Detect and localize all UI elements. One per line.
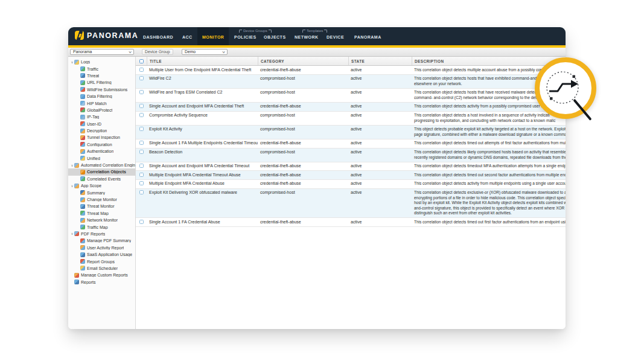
device-group-select[interactable]: Demo v bbox=[182, 49, 228, 55]
network-monitor-icon bbox=[80, 218, 85, 223]
tab-panorama[interactable]: PANORAMA bbox=[354, 35, 381, 39]
sidebar-item-manage-pdf-summary[interactable]: Manage PDF Summary bbox=[68, 237, 135, 244]
sidebar-item-summary[interactable]: Summary bbox=[68, 189, 135, 196]
chevron-expand-icon[interactable]: ∨ bbox=[70, 60, 74, 64]
sidebar-item-report-groups[interactable]: Report Groups bbox=[68, 258, 135, 264]
table-row[interactable]: Single Account and Endpoint MFA Credenti… bbox=[136, 103, 566, 112]
select-all-checkbox[interactable] bbox=[139, 59, 144, 63]
cell-state: active bbox=[348, 171, 412, 178]
table-row[interactable]: Single Account and Endpoint MFA Credenti… bbox=[136, 162, 566, 171]
table-row[interactable]: Compromise Activity Sequencecompromised-… bbox=[136, 112, 566, 126]
sidebar-tree: ∨LogsTrafficThreatURL FilteringWildFire … bbox=[68, 57, 136, 329]
sidebar-item-globalprotect[interactable]: GlobalProtect bbox=[68, 107, 135, 113]
summary-icon bbox=[80, 190, 85, 195]
table-row[interactable]: Exploit Kit Activitycompromised-hostacti… bbox=[136, 126, 566, 139]
sidebar-item-threat-map[interactable]: Threat Map bbox=[68, 210, 135, 217]
table-row[interactable]: Multiple User from One Endpoint MFA Cred… bbox=[136, 66, 566, 75]
sidebar-item-saas-application-usage[interactable]: SaaS Application Usage bbox=[68, 251, 135, 258]
row-checkbox[interactable] bbox=[139, 90, 144, 94]
row-checkbox[interactable] bbox=[139, 181, 144, 185]
tab-monitor[interactable]: MONITOR bbox=[202, 35, 224, 39]
sidebar-item-app-scope[interactable]: ∨App Scope bbox=[68, 182, 135, 189]
sidebar-item-data-filtering[interactable]: Data Filtering bbox=[68, 93, 135, 100]
sidebar-item-url-filtering[interactable]: URL Filtering bbox=[68, 79, 135, 86]
sidebar-item-email-scheduler[interactable]: Email Scheduler bbox=[68, 265, 135, 272]
sidebar-item-tunnel-inspection[interactable]: Tunnel Inspection bbox=[68, 134, 135, 141]
sidebar-item-user-id[interactable]: User-ID bbox=[68, 121, 135, 127]
cell-description: This object detects probable exploit kit… bbox=[412, 126, 566, 139]
manage-custom-reports-icon bbox=[74, 273, 79, 278]
cell-category: compromised-host bbox=[258, 75, 348, 82]
table-row[interactable]: WildFire C2compromised-hostactiveThis co… bbox=[136, 75, 566, 89]
sidebar-item-automated-correlation-engine[interactable]: ∨Automated Correlation Engine bbox=[68, 162, 135, 168]
sidebar-item-manage-custom-reports[interactable]: Manage Custom Reports bbox=[68, 272, 135, 278]
table-row[interactable]: Exploit Kit Delivering XOR obfuscated ma… bbox=[136, 189, 566, 219]
row-checkbox-cell bbox=[136, 171, 147, 177]
sidebar-item-unified[interactable]: Unified bbox=[68, 155, 135, 161]
table-row[interactable]: Beacon Detectioncompromised-hostactiveTh… bbox=[136, 149, 566, 162]
row-checkbox[interactable] bbox=[139, 220, 144, 224]
saas-usage-icon bbox=[80, 252, 85, 257]
row-checkbox[interactable] bbox=[139, 150, 144, 154]
panorama-app-window: PANORAMA DASHBOARD ACC MONITOR POLICIES … bbox=[68, 27, 566, 329]
sidebar-item-hip-match[interactable]: HIP Match bbox=[68, 100, 135, 106]
sidebar-item-user-activity-report[interactable]: User Activity Report bbox=[68, 245, 135, 251]
table-row[interactable]: Single Account 1 FA Credential Abusecred… bbox=[136, 218, 566, 227]
traffic-map-icon bbox=[80, 225, 85, 229]
tab-dashboard[interactable]: DASHBOARD bbox=[143, 35, 173, 39]
sidebar-item-wildfire-submissions[interactable]: WildFire Submissions bbox=[68, 86, 135, 93]
row-checkbox[interactable] bbox=[139, 127, 144, 131]
cell-state: active bbox=[348, 89, 412, 96]
sidebar-item-traffic-map[interactable]: Traffic Map bbox=[68, 223, 135, 230]
sidebar-item-network-monitor[interactable]: Network Monitor bbox=[68, 217, 135, 223]
sidebar-item-label: App Scope bbox=[81, 184, 101, 188]
bracket-right bbox=[269, 30, 272, 33]
column-header-state[interactable]: STATE bbox=[348, 57, 412, 65]
sidebar-item-logs[interactable]: ∨Logs bbox=[68, 59, 135, 65]
chevron-expand-icon[interactable]: ∨ bbox=[70, 184, 74, 188]
description-line: This correlation object detects activity… bbox=[414, 181, 566, 187]
context-select[interactable]: Panorama v bbox=[70, 49, 134, 55]
sidebar-item-authentication[interactable]: Authentication bbox=[68, 148, 135, 155]
tab-objects[interactable]: OBJECTS bbox=[264, 35, 286, 39]
table-row[interactable]: WildFire and Traps ESM Correlated C2comp… bbox=[136, 89, 566, 103]
sidebar-item-reports[interactable]: Reports bbox=[68, 279, 135, 286]
sidebar-item-threat[interactable]: Threat bbox=[68, 72, 135, 79]
sidebar-item-change-monitor[interactable]: Change Monitor bbox=[68, 196, 135, 203]
tab-device[interactable]: DEVICE bbox=[327, 35, 344, 39]
sidebar-item-correlation-objects[interactable]: Correlation Objects bbox=[68, 168, 135, 175]
sidebar-item-ip-tag[interactable]: IP-Tag bbox=[68, 113, 135, 120]
description-line: distinguish such an event from other exp… bbox=[414, 211, 566, 216]
table-header-row: TITLE CATEGORY STATE DESCRIPTION bbox=[136, 57, 566, 66]
table-row[interactable]: Single Account 1 FA Multiple Endpoints C… bbox=[136, 139, 566, 149]
sidebar-item-configuration[interactable]: Configuration bbox=[68, 141, 135, 148]
row-checkbox[interactable] bbox=[139, 173, 144, 177]
row-checkbox[interactable] bbox=[139, 104, 144, 108]
cell-description: This correlation object detects timed ou… bbox=[412, 139, 566, 148]
row-checkbox[interactable] bbox=[139, 68, 144, 72]
wildfire-icon bbox=[80, 87, 85, 92]
row-checkbox[interactable] bbox=[139, 76, 144, 80]
sidebar-item-threat-monitor[interactable]: Threat Monitor bbox=[68, 203, 135, 209]
tab-policies[interactable]: POLICIES bbox=[234, 35, 257, 39]
sidebar-item-correlated-events[interactable]: Correlated Events bbox=[68, 176, 135, 182]
chevron-expand-icon[interactable]: ∨ bbox=[70, 232, 74, 235]
row-checkbox[interactable] bbox=[139, 113, 144, 117]
table-row[interactable]: Multiple Endpoint MFA Credential Timeout… bbox=[136, 171, 566, 180]
tab-acc[interactable]: ACC bbox=[182, 35, 193, 39]
cell-state: active bbox=[348, 189, 412, 196]
sidebar-item-traffic[interactable]: Traffic bbox=[68, 65, 135, 72]
chevron-expand-icon[interactable]: ∨ bbox=[70, 164, 74, 167]
sidebar-item-pdf-reports[interactable]: ∨PDF Reports bbox=[68, 231, 135, 237]
sidebar-item-decryption[interactable]: Decryption bbox=[68, 127, 135, 134]
row-checkbox[interactable] bbox=[139, 164, 144, 168]
column-header-title[interactable]: TITLE bbox=[147, 57, 258, 65]
cell-category: compromised-host bbox=[258, 149, 348, 156]
row-checkbox[interactable] bbox=[139, 141, 144, 145]
user-id-icon bbox=[80, 121, 85, 126]
column-header-category[interactable]: CATEGORY bbox=[258, 57, 348, 65]
row-checkbox[interactable] bbox=[139, 190, 144, 194]
cell-category: credential-theft-abuse bbox=[258, 218, 348, 225]
tab-network[interactable]: NETWORK bbox=[295, 35, 319, 39]
table-row[interactable]: Multiple Endpoint MFA Credential Abusecr… bbox=[136, 180, 566, 189]
